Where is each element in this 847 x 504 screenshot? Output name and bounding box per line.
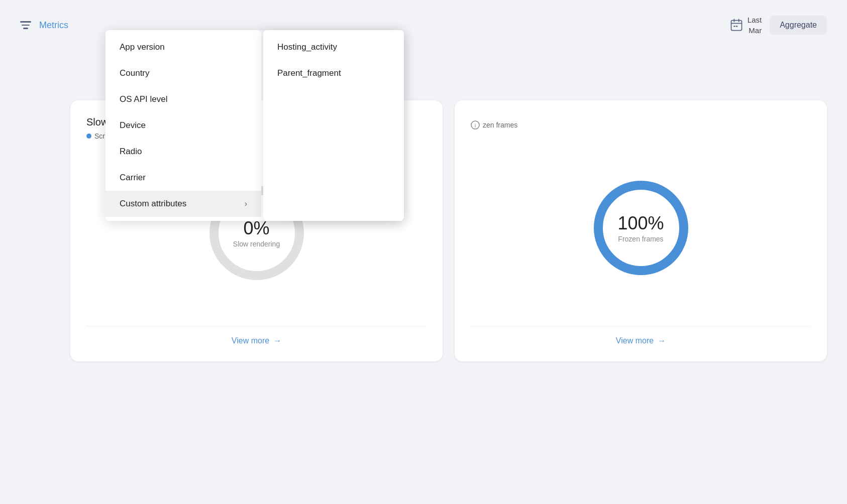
frozen-view-more[interactable]: View more → bbox=[471, 326, 811, 345]
menu-item-parent-fragment-label: Parent_fragment bbox=[277, 68, 341, 78]
chevron-right-icon: › bbox=[245, 199, 247, 208]
menu-item-custom-attributes-label: Custom attributes bbox=[120, 199, 186, 209]
dot-blue-icon bbox=[86, 134, 91, 139]
slow-percent: 0% bbox=[233, 218, 280, 239]
slow-view-more[interactable]: View more → bbox=[86, 326, 427, 345]
menu-item-os-api-level[interactable]: OS API level bbox=[105, 86, 261, 112]
svg-text:i: i bbox=[475, 122, 476, 129]
menu-item-parent-fragment[interactable]: Parent_fragment bbox=[263, 60, 404, 86]
arrow-right-icon: → bbox=[273, 336, 281, 345]
frozen-frames-subtitle: i zen frames bbox=[471, 120, 811, 130]
filter-icon[interactable] bbox=[20, 21, 31, 29]
filter-area: Metrics bbox=[20, 20, 68, 31]
arrow-right-icon-2: → bbox=[658, 336, 666, 345]
menu-item-country-label: Country bbox=[120, 68, 150, 78]
aggregate-button[interactable]: Aggregate bbox=[770, 16, 827, 35]
dropdown-secondary-list: Hosting_activity Parent_fragment bbox=[263, 30, 404, 221]
menu-item-device[interactable]: Device bbox=[105, 112, 261, 139]
menu-item-os-api-level-label: OS API level bbox=[120, 94, 167, 104]
frozen-donut: 100% Frozen frames bbox=[586, 173, 696, 283]
menu-item-radio-label: Radio bbox=[120, 147, 142, 157]
svg-rect-4 bbox=[733, 26, 735, 27]
frozen-frames-chart: 100% Frozen frames bbox=[471, 130, 811, 326]
menu-item-hosting-activity-label: Hosting_activity bbox=[277, 42, 337, 52]
svg-rect-0 bbox=[731, 21, 742, 31]
dropdown-primary-list: App version Country OS API level Device … bbox=[105, 30, 261, 221]
frozen-label: Frozen frames bbox=[617, 235, 664, 243]
menu-item-hosting-activity[interactable]: Hosting_activity bbox=[263, 34, 404, 60]
info-icon: i bbox=[471, 120, 480, 130]
calendar-area: Last Mar bbox=[729, 15, 762, 36]
frozen-frames-card: i zen frames 100% Frozen frames View mor… bbox=[455, 100, 827, 361]
menu-item-custom-attributes[interactable]: Custom attributes › bbox=[105, 191, 261, 217]
dropdown-menu: App version Country OS API level Device … bbox=[105, 30, 404, 221]
metrics-label: Metrics bbox=[39, 20, 68, 31]
menu-item-radio[interactable]: Radio bbox=[105, 139, 261, 165]
menu-item-carrier[interactable]: Carrier bbox=[105, 165, 261, 191]
calendar-icon bbox=[729, 18, 744, 32]
menu-item-device-label: Device bbox=[120, 120, 146, 131]
frozen-percent: 100% bbox=[617, 213, 664, 234]
menu-item-carrier-label: Carrier bbox=[120, 173, 146, 183]
svg-rect-5 bbox=[736, 26, 738, 27]
menu-item-app-version-label: App version bbox=[120, 42, 165, 52]
menu-item-app-version[interactable]: App version bbox=[105, 34, 261, 60]
top-right-controls: Last Mar Aggregate bbox=[729, 15, 827, 36]
slow-donut-center: 0% Slow rendering bbox=[233, 218, 280, 248]
slow-label: Slow rendering bbox=[233, 240, 280, 248]
menu-item-country[interactable]: Country bbox=[105, 60, 261, 86]
calendar-text: Last Mar bbox=[748, 15, 762, 36]
frozen-donut-center: 100% Frozen frames bbox=[617, 213, 664, 243]
